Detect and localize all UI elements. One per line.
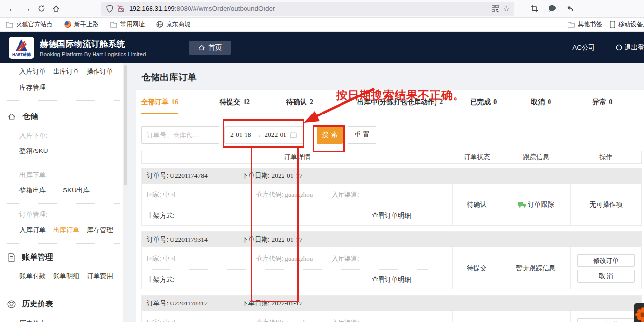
- bookmark-item[interactable]: 火狐官方站点: [6, 20, 53, 29]
- row-header-band: 订单号: U2201179314 下单日期: 2022-01-17: [142, 232, 641, 247]
- scrollbar-thumb[interactable]: [124, 65, 127, 185]
- bill-icon: [7, 253, 16, 262]
- orders-table: 订单详情 订单状态 跟踪信息 操作 订单号: U2201174784 下单日期:…: [141, 151, 642, 322]
- group-label-inbound: 入库下单:: [0, 132, 128, 140]
- sidebar-item-inventory-mgmt[interactable]: 库存管理: [87, 226, 113, 235]
- order-number: U2201178417: [170, 300, 208, 307]
- group-label-order-mgmt: 订单管理:: [0, 210, 128, 219]
- power-icon: [615, 44, 623, 51]
- order-date: 2022-01-17: [272, 172, 303, 179]
- no-tracking-text: 暂无跟踪信息: [516, 264, 556, 273]
- bookmark-item[interactable]: 常用网址: [110, 20, 145, 29]
- home-icon[interactable]: [49, 2, 63, 16]
- tab-completed[interactable]: 已完成0: [470, 90, 497, 114]
- sidebar-item-inbound-order[interactable]: 入库订单: [19, 67, 46, 76]
- keyword-input[interactable]: [141, 126, 219, 144]
- url-bar[interactable]: 192.168.31.199:8080/#/wmsOrder/outboundO…: [101, 2, 514, 16]
- bookmark-star-icon[interactable]: ☆: [503, 4, 510, 13]
- company-name[interactable]: AC公司: [572, 43, 595, 52]
- tab-outbound-processing[interactable]: 出库中(分拣打包仓库动作)2: [357, 90, 443, 114]
- folder-icon: [6, 22, 13, 27]
- tab-abnormal[interactable]: 异常0: [592, 90, 612, 114]
- group-label-outbound: 出库下单:: [0, 171, 128, 180]
- browser-toolbar: ← → 192.168.31.199:8080/#/wmsOrder/outbo…: [0, 0, 644, 18]
- sidebar-item-operation-order[interactable]: 操作订单: [87, 67, 113, 76]
- globe-icon: [156, 21, 163, 28]
- sidebar-item-outbound-orders-active[interactable]: 出库订单: [53, 226, 79, 235]
- tab-pending-submit[interactable]: 待提交12: [220, 90, 250, 114]
- hart-logo: HART赫德: [9, 37, 34, 59]
- divider: [147, 206, 428, 206]
- bookmark-item[interactable]: 京东商城: [156, 20, 190, 29]
- bookmark-item-other[interactable]: 其他书签: [568, 20, 602, 29]
- section-title-warehouse: 仓储: [22, 112, 38, 122]
- price-shield-icon: [7, 300, 16, 308]
- sidebar-item-inbound-orders[interactable]: 入库订单: [19, 226, 46, 235]
- floating-plugin-button[interactable]: [634, 303, 644, 322]
- qr-code-icon[interactable]: [492, 5, 499, 12]
- divider: [7, 100, 120, 101]
- page-title: 仓储出库订单: [136, 71, 644, 84]
- order-date: 2022-01-17: [272, 236, 303, 243]
- home-nav-button[interactable]: 首页: [189, 41, 231, 55]
- sidebar-item-bill-detail[interactable]: 账单明细: [53, 272, 79, 281]
- sidebar-item-order-fee[interactable]: 订单费用: [87, 272, 113, 281]
- tab-pending-confirm[interactable]: 待确认2: [286, 90, 313, 114]
- undo-arrow-icon[interactable]: [566, 5, 574, 12]
- view-order-detail-link[interactable]: 查看订单明细: [372, 275, 411, 284]
- flower-icon: [635, 307, 644, 322]
- folder-icon: [568, 22, 574, 27]
- sidebar-item-inventory[interactable]: 库存管理: [19, 83, 46, 92]
- truck-icon: [518, 201, 527, 208]
- url-text: 192.168.31.199:8080/#/wmsOrder/outboundO…: [129, 5, 275, 12]
- status-cell: 待提交: [453, 311, 501, 322]
- search-button[interactable]: 搜 索: [317, 126, 343, 144]
- row-header-band: 订单号: U2201174784 下单日期: 2022-01-17: [142, 168, 641, 184]
- sidebar-item-bill-payment[interactable]: 账单付款: [19, 272, 46, 281]
- sidebar-item-fcl-out[interactable]: 整箱出库: [19, 186, 46, 195]
- screenshot-crop-icon[interactable]: [531, 5, 538, 12]
- operation-cell: 修改订单 取 消: [571, 247, 641, 289]
- col-order-status: 订单状态: [453, 153, 501, 162]
- tab-cancelled[interactable]: 取消0: [531, 90, 551, 114]
- forward-icon[interactable]: →: [19, 2, 34, 16]
- view-order-detail-link[interactable]: 查看订单明细: [372, 211, 411, 220]
- app-title: 赫德国际物流订舱系统: [40, 38, 146, 50]
- main-content: 仓储出库订单 全部订单16 待提交12 待确认2 出库中(分拣打包仓库动作)2 …: [128, 63, 644, 322]
- sidebar-item-fcl-sku[interactable]: 整箱/SKU: [19, 147, 48, 155]
- chat-bubble-icon[interactable]: [548, 5, 556, 12]
- sidebar-item-outbound-order[interactable]: 出库订单: [53, 67, 79, 76]
- reload-icon[interactable]: [34, 2, 49, 16]
- sidebar-scrollbar[interactable]: [123, 63, 128, 322]
- sidebar-item-history-price[interactable]: 历史价表: [19, 319, 46, 322]
- table-row: 订单号: U2201179314 下单日期: 2022-01-17 国家: 中国…: [141, 231, 642, 289]
- order-number: U2201174784: [170, 172, 208, 179]
- cancel-order-button[interactable]: 取 消: [577, 270, 635, 283]
- modify-order-button[interactable]: 修改订单: [577, 318, 635, 322]
- shield-icon[interactable]: [106, 5, 113, 13]
- order-detail-cell: 国家: 中国 仓库代码: guangzhou 入库渠道: 上架方式: 查看订单明…: [142, 247, 453, 289]
- date-range-picker[interactable]: 2-01-18 → 2022-01: [224, 126, 303, 144]
- back-icon[interactable]: ←: [5, 2, 19, 16]
- tab-all-orders[interactable]: 全部订单16: [141, 90, 178, 114]
- reset-button[interactable]: 重 置: [348, 126, 376, 144]
- order-date: 2022-01-17: [272, 300, 303, 307]
- insecure-lock-icon[interactable]: [117, 5, 125, 13]
- bookmark-item[interactable]: 新手上路: [64, 20, 98, 29]
- svg-text:HART赫德: HART赫德: [12, 52, 31, 57]
- sidebar-item-sku-out[interactable]: SKU出库: [63, 186, 90, 195]
- bookmark-item-mobile[interactable]: 移动设备上的: [610, 20, 644, 29]
- order-tracking-link[interactable]: 订单跟踪: [518, 200, 554, 209]
- status-cell: 待提交: [453, 247, 501, 289]
- status-text: 待提交: [467, 264, 487, 273]
- operation-cell: 无可操作项: [571, 184, 641, 225]
- modify-order-button[interactable]: 修改订单: [577, 254, 635, 267]
- row-header-band: 订单号: U2201178417 下单日期: 2022-01-17: [142, 296, 641, 311]
- col-order-detail: 订单详情: [142, 153, 453, 162]
- logout-button[interactable]: 退出登录: [615, 43, 644, 52]
- section-title-billing: 账单管理: [22, 252, 53, 263]
- tracking-cell: 暂无跟踪信息: [501, 247, 571, 289]
- order-tabs: 全部订单16 待提交12 待确认2 出库中(分拣打包仓库动作)2 已完成0 取消…: [141, 90, 644, 114]
- table-row: 订单号: U2201178417 下单日期: 2022-01-17 国家: 中国…: [141, 295, 642, 322]
- brand-block: 赫德国际物流订舱系统 Booking Platform By Hart Logi…: [40, 38, 146, 57]
